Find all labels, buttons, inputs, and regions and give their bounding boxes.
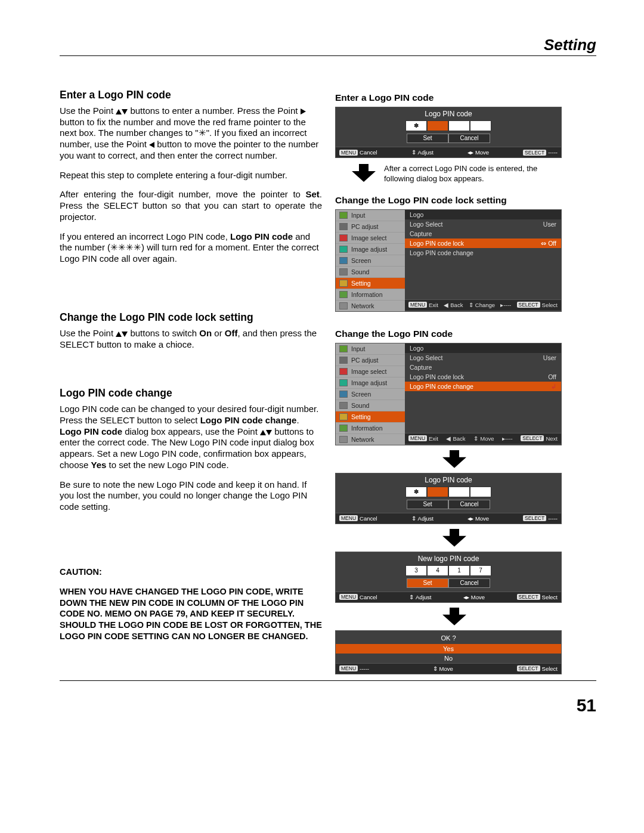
up-icon <box>260 430 266 435</box>
arrow-down-icon <box>442 450 466 468</box>
menu-row-selected[interactable]: Logo PIN code change↲ <box>405 382 561 391</box>
heading-pin-change: Logo PIN code change <box>60 387 322 400</box>
sound-icon <box>339 268 348 275</box>
cancel-button[interactable]: Cancel <box>448 578 490 588</box>
sidebar-item[interactable]: PC adjust <box>351 357 379 364</box>
sidebar-item[interactable]: Information <box>351 291 383 298</box>
left-column: Enter a Logo PIN code Use the Point butt… <box>60 89 322 674</box>
sidebar-item[interactable]: PC adjust <box>351 223 379 230</box>
sidebar-item[interactable]: Image select <box>351 368 387 375</box>
pin-digit[interactable]: 1 <box>448 565 470 576</box>
network-icon <box>339 302 348 309</box>
heading-enter-pin: Enter a Logo PIN code <box>60 89 322 102</box>
pin-digit-selected[interactable] <box>427 120 448 131</box>
menu-row-selected[interactable]: Logo PIN code lock⇔ Off <box>405 239 561 248</box>
pin-digit[interactable]: 4 <box>427 565 448 576</box>
image-select-icon <box>339 234 348 241</box>
set-button[interactable]: Set <box>407 134 448 143</box>
caution-heading: CAUTION: <box>60 566 322 578</box>
sidebar-item[interactable]: Input <box>351 212 365 219</box>
para-change-lock: Use the Point buttons to switch On or Of… <box>60 328 322 351</box>
pin-digit[interactable]: ✽ <box>405 487 427 497</box>
right-icon <box>301 109 306 114</box>
osd-footer: MENUCancel ⇕ Adjust ◂▸ Move SELECT----- <box>336 147 561 157</box>
para-incorrect: If you entered an incorrect Logo PIN cod… <box>60 231 322 265</box>
information-icon <box>339 291 348 298</box>
screen-icon <box>339 257 348 264</box>
cancel-button[interactable]: Cancel <box>448 500 490 509</box>
sidebar-item[interactable]: Sound <box>351 268 369 275</box>
pin-digit[interactable] <box>448 120 470 131</box>
sidebar-item[interactable]: Sound <box>351 402 369 409</box>
confirm-no[interactable]: No <box>336 654 561 663</box>
set-button[interactable]: Set <box>407 500 448 509</box>
sidebar-item[interactable]: Image adjust <box>351 246 387 253</box>
confirm-question: OK ? <box>336 631 561 644</box>
osd-new-pin-code: New logo PIN code 3 4 1 7 Set Cancel MEN… <box>335 552 562 603</box>
pin-digit[interactable]: ✽ <box>405 120 427 131</box>
pin-digit[interactable] <box>470 487 491 497</box>
pin-digit[interactable] <box>448 487 470 497</box>
left-icon <box>149 142 154 148</box>
osd-confirm: OK ? Yes No MENU----- ⇕ Move SELECTSelec… <box>335 630 562 674</box>
right-column: Enter a Logo PIN code Logo PIN code ✽ Se… <box>335 89 574 674</box>
para-pin-change-1: Logo PIN code can be changed to your des… <box>60 404 322 471</box>
sidebar-item[interactable]: Image select <box>351 234 387 241</box>
osd-pin-code-1: Logo PIN code ✽ Set Cancel MENUCancel ⇕ … <box>335 107 562 158</box>
input-icon <box>339 212 348 219</box>
para-repeat: Repeat this step to complete entering a … <box>60 170 322 181</box>
down-icon <box>266 430 272 435</box>
sidebar-item[interactable]: Screen <box>351 257 371 264</box>
para-note-keep: Be sure to note the new Logo PIN code an… <box>60 479 322 513</box>
page-number: 51 <box>60 695 596 716</box>
caption-enter-pin: Enter a Logo PIN code <box>335 92 574 103</box>
setting-icon <box>339 280 348 287</box>
pin-digit[interactable]: 3 <box>405 565 427 576</box>
arrow-down-icon <box>442 608 466 625</box>
header-rule <box>60 55 596 56</box>
para-set: After entering the four-digit number, mo… <box>60 189 322 222</box>
menu-sidebar: Input PC adjust Image select Image adjus… <box>336 210 405 311</box>
pin-digit[interactable]: 7 <box>470 565 491 576</box>
osd-title: Logo PIN code <box>336 107 561 119</box>
pc-adjust-icon <box>339 223 348 230</box>
caution-body: WHEN YOU HAVE CHANGED THE LOGO PIN CODE,… <box>60 586 322 642</box>
sidebar-item-selected[interactable]: Setting <box>351 280 371 287</box>
image-adjust-icon <box>339 246 348 253</box>
arrow-down-icon <box>442 529 466 547</box>
up-icon <box>116 332 122 337</box>
pin-digit-selected[interactable] <box>427 487 448 497</box>
pin-digit[interactable] <box>470 120 491 131</box>
chevron-right-icon: ◀ <box>397 280 401 287</box>
confirm-yes[interactable]: Yes <box>336 644 561 654</box>
caption-change-lock: Change the Logo PIN code lock setting <box>335 195 574 206</box>
down-icon <box>122 109 128 114</box>
arrow-down-icon <box>352 164 376 182</box>
osd-menu-change: Input PC adjust Image select Image adjus… <box>335 343 562 445</box>
sidebar-item[interactable]: Input <box>351 345 365 352</box>
para-enter-pin: Use the Point buttons to enter a number.… <box>60 106 322 162</box>
sidebar-item[interactable]: Image adjust <box>351 379 387 386</box>
sidebar-item[interactable]: Network <box>351 302 374 309</box>
down-icon <box>122 332 128 337</box>
page-header: Setting <box>60 36 596 54</box>
heading-change-lock: Change the Logo PIN code lock setting <box>60 311 322 324</box>
note-text: After a correct Logo PIN code is entered… <box>384 164 539 184</box>
sidebar-item[interactable]: Network <box>351 436 374 443</box>
osd-menu-lock: Input PC adjust Image select Image adjus… <box>335 209 562 312</box>
footer-rule <box>60 680 596 681</box>
up-icon <box>116 109 122 114</box>
cancel-button[interactable]: Cancel <box>448 134 490 143</box>
osd-pin-code-2: Logo PIN code ✽ Set Cancel MENUCancel ⇕ … <box>335 473 562 524</box>
caption-change-pin: Change the Logo PIN code <box>335 329 574 339</box>
sidebar-item[interactable]: Information <box>351 425 383 432</box>
sidebar-item-selected[interactable]: Setting <box>351 413 371 420</box>
sidebar-item[interactable]: Screen <box>351 391 371 398</box>
set-button-selected[interactable]: Set <box>407 578 448 588</box>
